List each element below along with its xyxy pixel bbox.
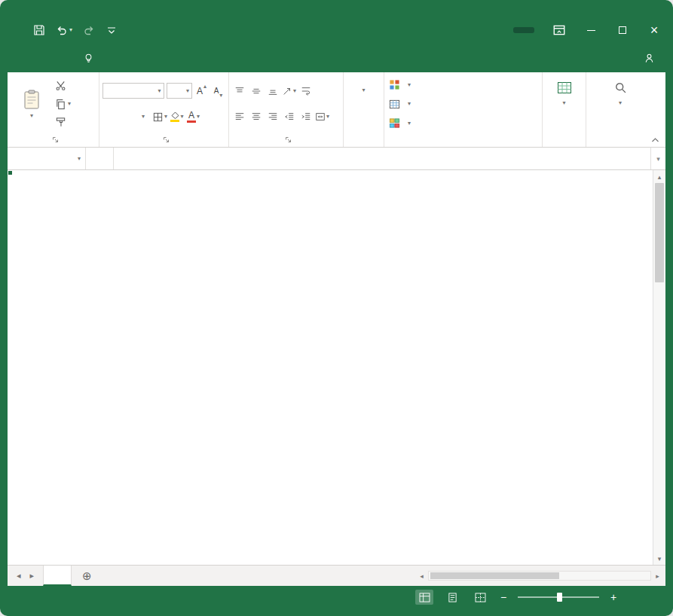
- align-top-button[interactable]: [232, 84, 246, 99]
- dialog-launcher-icon[interactable]: [163, 136, 170, 143]
- normal-view-button[interactable]: [415, 590, 433, 605]
- cell-styles-icon: [389, 117, 400, 129]
- orientation-button[interactable]: ▾: [282, 84, 296, 99]
- editing-group: ▾: [586, 72, 654, 147]
- scroll-left-icon[interactable]: ◂: [415, 572, 428, 580]
- sign-in-button[interactable]: [513, 27, 534, 33]
- scroll-down-icon[interactable]: ▾: [653, 552, 665, 565]
- dialog-launcher-icon[interactable]: [285, 136, 292, 143]
- fill-handle[interactable]: [8, 170, 13, 175]
- maximize-button[interactable]: [616, 23, 629, 37]
- chevron-down-icon: ▾: [186, 88, 189, 94]
- font-group-label: [102, 133, 225, 146]
- font-color-button[interactable]: А▾: [186, 109, 200, 124]
- borders-button[interactable]: ▾: [152, 109, 167, 124]
- minimize-button[interactable]: [584, 23, 598, 37]
- underline-button[interactable]: ▾: [136, 109, 150, 124]
- format-as-table-button[interactable]: ▾: [387, 95, 539, 113]
- align-center-button[interactable]: [249, 109, 263, 124]
- page-break-view-button[interactable]: [471, 590, 489, 605]
- dialog-launcher-icon[interactable]: [52, 136, 59, 143]
- expand-formula-bar-icon[interactable]: ▾: [650, 148, 665, 169]
- increase-indent-button[interactable]: [298, 109, 313, 124]
- chevron-down-icon: ▾: [181, 114, 184, 120]
- prev-sheet-icon[interactable]: ◂: [17, 571, 21, 581]
- next-sheet-icon[interactable]: ▸: [30, 571, 35, 581]
- styles-group: ▾ ▾ ▾: [384, 72, 543, 147]
- page-layout-view-button[interactable]: [443, 590, 461, 605]
- conditional-formatting-button[interactable]: ▾: [387, 76, 539, 94]
- font-group: ▾ ▾ А▴ А▾ ▾ ▾ ▾ А▾: [99, 72, 229, 147]
- format-painter-button[interactable]: [53, 115, 73, 130]
- format-painter-icon: [55, 117, 66, 128]
- chevron-down-icon: ▾: [408, 82, 411, 88]
- cells-menu-button[interactable]: ▾: [546, 75, 583, 106]
- chevron-down-icon: ▾: [408, 101, 411, 107]
- zoom-out-icon[interactable]: −: [499, 591, 508, 603]
- scroll-right-icon[interactable]: ▸: [651, 572, 664, 580]
- title-bar: ▾ ×: [8, 0, 665, 47]
- vertical-scroll-thumb[interactable]: [655, 183, 664, 282]
- horizontal-scroll-thumb[interactable]: [430, 572, 559, 579]
- chevron-down-icon: ▾: [30, 113, 33, 119]
- alignment-group-label: [232, 133, 340, 146]
- sheet-tab-list1[interactable]: [43, 566, 72, 586]
- scroll-up-icon[interactable]: ▴: [653, 170, 665, 183]
- decrease-font-button[interactable]: А▾: [211, 84, 225, 99]
- save-icon[interactable]: [33, 24, 45, 36]
- copy-button[interactable]: ▾: [53, 96, 73, 111]
- zoom-in-icon[interactable]: +: [609, 591, 618, 603]
- close-button[interactable]: ×: [647, 23, 661, 37]
- zoom-slider[interactable]: [518, 596, 599, 598]
- align-left-icon: [234, 111, 245, 122]
- align-left-button[interactable]: [232, 109, 246, 124]
- formula-input[interactable]: [114, 148, 650, 169]
- increase-font-button[interactable]: А▴: [194, 84, 209, 99]
- help-button[interactable]: [75, 47, 106, 72]
- merge-center-button[interactable]: ▾: [315, 109, 329, 124]
- vertical-scroll-track[interactable]: [653, 183, 665, 552]
- chevron-down-icon: ▾: [142, 114, 145, 120]
- cut-button[interactable]: [53, 78, 73, 93]
- vertical-scrollbar[interactable]: ▴ ▾: [653, 170, 665, 565]
- chevron-down-icon: ▾: [326, 114, 329, 120]
- cell-styles-button[interactable]: ▾: [387, 114, 539, 133]
- wrap-text-button[interactable]: [298, 84, 313, 99]
- align-right-button[interactable]: [265, 109, 280, 124]
- collapse-ribbon-button[interactable]: [651, 137, 659, 143]
- align-bottom-icon: [268, 86, 278, 96]
- number-menu-button[interactable]: ▾: [347, 75, 381, 93]
- share-button[interactable]: [638, 47, 665, 72]
- redo-icon[interactable]: [83, 24, 95, 36]
- clipboard-icon: [23, 90, 40, 110]
- fill-color-button[interactable]: ▾: [170, 109, 184, 124]
- align-right-icon: [268, 111, 278, 122]
- borders-icon: [152, 111, 164, 123]
- font-size-combo[interactable]: ▾: [167, 83, 192, 99]
- zoom-slider-thumb[interactable]: [557, 593, 562, 602]
- status-bar: − +: [8, 586, 665, 608]
- font-name-combo[interactable]: ▾: [102, 83, 164, 99]
- bold-button[interactable]: [102, 109, 117, 124]
- decrease-indent-button[interactable]: [282, 109, 296, 124]
- paste-button[interactable]: ▾: [11, 75, 53, 133]
- ribbon-display-options-icon[interactable]: [552, 23, 566, 37]
- new-sheet-icon[interactable]: ⊕: [82, 566, 92, 586]
- horizontal-scroll-track[interactable]: [428, 571, 651, 581]
- workbook-area: ▾ ▾ ▾ ▾: [8, 72, 665, 586]
- horizontal-scrollbar[interactable]: ◂ ▸: [414, 566, 665, 586]
- chevron-down-icon: ▾: [78, 156, 81, 162]
- editing-menu-button[interactable]: ▾: [589, 75, 651, 106]
- decrease-indent-icon: [284, 111, 295, 122]
- quick-access-toolbar: ▾: [33, 24, 118, 36]
- customize-qat-icon[interactable]: [106, 24, 118, 36]
- italic-button[interactable]: [119, 109, 133, 124]
- clipboard-group-label: [11, 133, 96, 146]
- undo-icon[interactable]: ▾: [56, 24, 72, 36]
- name-box[interactable]: ▾: [8, 148, 86, 169]
- align-middle-button[interactable]: [249, 84, 263, 99]
- tab-file[interactable]: [14, 47, 41, 72]
- formula-bar: ▾ ▾: [8, 148, 665, 170]
- align-bottom-button[interactable]: [265, 84, 280, 99]
- cells-area: [8, 170, 653, 565]
